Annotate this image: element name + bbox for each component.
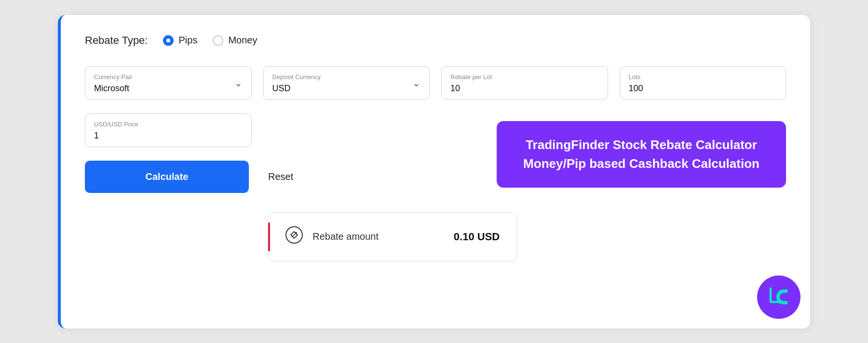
rebate-per-lot-group: Rebate per Lot 10 xyxy=(441,66,608,100)
money-radio-circle[interactable] xyxy=(213,35,223,46)
money-radio[interactable]: Money xyxy=(213,35,257,46)
lots-group: Lots 100 xyxy=(620,66,787,100)
usd-price-field[interactable]: USD/USD Price 1 xyxy=(85,113,252,147)
deposit-currency-field[interactable]: Deposit Currency USD ⌄ xyxy=(263,66,430,100)
rebate-per-lot-field[interactable]: Rebate per Lot 10 xyxy=(441,66,608,100)
rebate-type-label: Rebate Type: xyxy=(85,34,148,47)
rebate-amount-label: Rebate amount xyxy=(312,231,444,242)
pips-radio[interactable]: Pips xyxy=(163,35,197,46)
currency-pair-value: Microsoft xyxy=(94,83,243,94)
promo-line1: TradingFinder Stock Rebate Calculator xyxy=(516,136,767,154)
rebate-amount-value: 0.10 USD xyxy=(454,231,500,243)
lots-label: Lots xyxy=(629,73,777,81)
deposit-currency-value: USD xyxy=(272,83,421,94)
rebate-type-row: Rebate Type: Pips Money xyxy=(85,34,786,47)
promo-banner: TradingFinder Stock Rebate Calculator Mo… xyxy=(497,121,786,188)
usd-price-label: USD/USD Price xyxy=(94,121,243,128)
pips-radio-circle[interactable] xyxy=(163,35,174,46)
rebate-per-lot-value: 10 xyxy=(450,83,599,94)
currency-pair-label: Currency Pair xyxy=(94,73,243,81)
usd-price-group: USD/USD Price 1 xyxy=(85,113,252,147)
reset-button[interactable]: Reset xyxy=(268,171,293,182)
deposit-currency-group: Deposit Currency USD ⌄ xyxy=(263,66,430,100)
calculate-button[interactable]: Calculate xyxy=(85,161,249,193)
rebate-icon xyxy=(285,226,303,247)
usd-price-value: 1 xyxy=(94,131,243,141)
svg-line-2 xyxy=(292,233,296,237)
currency-pair-group: Currency Pair Microsoft ⌄ xyxy=(85,66,252,100)
result-section: Rebate amount 0.10 USD xyxy=(85,212,786,261)
fields-row-1: Currency Pair Microsoft ⌄ Deposit Curren… xyxy=(85,66,786,100)
rebate-per-lot-label: Rebate per Lot xyxy=(450,73,599,81)
promo-line2: Money/Pip based Cashback Calculation xyxy=(516,154,767,173)
calculator-card: Rebate Type: Pips Money Currency Pair Mi… xyxy=(58,15,810,329)
deposit-currency-dropdown-icon[interactable]: ⌄ xyxy=(412,77,420,89)
money-radio-label: Money xyxy=(228,35,257,46)
lots-field[interactable]: Lots 100 xyxy=(620,66,787,100)
deposit-currency-label: Deposit Currency xyxy=(272,73,421,81)
pips-radio-label: Pips xyxy=(178,35,197,46)
result-card: Rebate amount 0.10 USD xyxy=(268,212,517,261)
currency-pair-dropdown-icon[interactable]: ⌄ xyxy=(234,77,243,89)
lots-value: 100 xyxy=(629,83,777,94)
currency-pair-field[interactable]: Currency Pair Microsoft ⌄ xyxy=(85,66,252,100)
logo-circle xyxy=(757,275,800,319)
